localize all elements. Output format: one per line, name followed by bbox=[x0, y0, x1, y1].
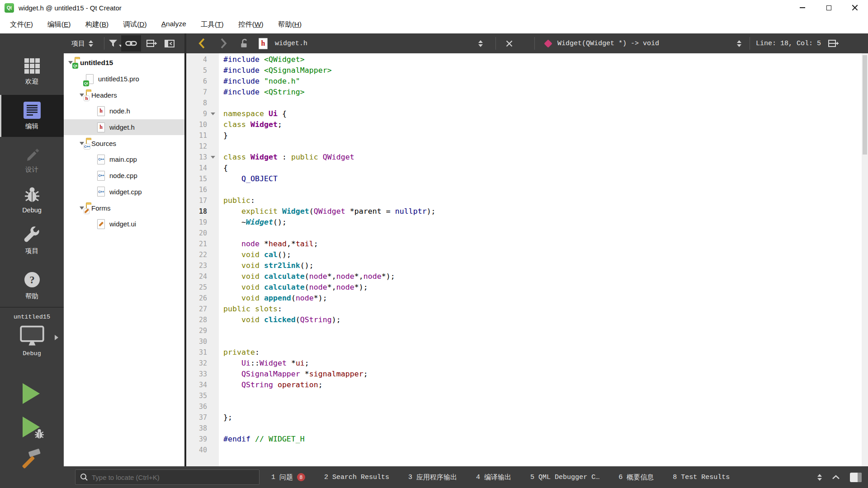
code-line-28[interactable]: void clicked(QString); bbox=[223, 314, 862, 325]
output-pane-3[interactable]: 3应用程序输出 bbox=[408, 473, 457, 482]
tree-item-Headers[interactable]: hHeaders bbox=[64, 87, 184, 103]
code-line-21[interactable]: node *head,*tail; bbox=[223, 239, 862, 249]
code-line-16[interactable] bbox=[223, 184, 862, 195]
close-button[interactable] bbox=[842, 0, 868, 15]
code-line-20[interactable] bbox=[223, 228, 862, 239]
locator[interactable] bbox=[75, 469, 259, 485]
filter-button[interactable] bbox=[108, 33, 123, 53]
fold-marker[interactable] bbox=[207, 152, 219, 163]
code-line-6[interactable]: #include "node.h" bbox=[223, 76, 862, 87]
code-line-38[interactable] bbox=[223, 423, 862, 434]
tree-item-Sources[interactable]: C++Sources bbox=[64, 135, 184, 151]
code-line-25[interactable]: void calculate(node*,node*); bbox=[223, 282, 862, 293]
output-pane-spinner-icon[interactable] bbox=[817, 474, 822, 481]
tree-item-widget.cpp[interactable]: C++widget.cpp bbox=[64, 184, 184, 200]
code-line-32[interactable]: Ui::Widget *ui; bbox=[223, 358, 862, 369]
tree-item-node.h[interactable]: hnode.h bbox=[64, 103, 184, 119]
build-button[interactable] bbox=[19, 448, 42, 474]
document-selector-spinner-icon[interactable] bbox=[478, 33, 483, 53]
code-line-14[interactable]: { bbox=[223, 163, 862, 174]
code-line-12[interactable] bbox=[223, 141, 862, 152]
mode-debug[interactable]: Debug bbox=[0, 181, 64, 217]
code-line-39[interactable]: #endif // WIDGET_H bbox=[223, 434, 862, 445]
menu-item-6[interactable]: 控件(W) bbox=[231, 20, 271, 29]
menu-item-5[interactable]: 工具(T) bbox=[193, 20, 231, 29]
go-back-button[interactable] bbox=[198, 33, 205, 53]
symbol-selector[interactable]: Widget(QWidget *) -> void bbox=[545, 33, 659, 53]
go-forward-button[interactable] bbox=[220, 33, 227, 53]
mode-welcome[interactable]: 欢迎 bbox=[0, 58, 64, 94]
code-line-33[interactable]: QSignalMapper *signalmapper; bbox=[223, 369, 862, 380]
code-line-15[interactable]: Q_OBJECT bbox=[223, 174, 862, 184]
link-with-editor-button[interactable] bbox=[121, 35, 141, 52]
close-sidebar-button[interactable] bbox=[165, 33, 175, 53]
editor-code-area[interactable]: #include <QWidget>#include <QSignalMappe… bbox=[219, 53, 862, 466]
locator-input[interactable] bbox=[92, 474, 241, 481]
output-pane-4[interactable]: 4编译输出 bbox=[476, 473, 511, 482]
code-line-36[interactable] bbox=[223, 401, 862, 412]
code-line-7[interactable]: #include <QString> bbox=[223, 87, 862, 98]
code-editor[interactable]: 4567891011121314151617181920212223242526… bbox=[186, 53, 868, 466]
toggle-right-panel-button[interactable] bbox=[850, 473, 862, 482]
mode-help[interactable]: ? 帮助 bbox=[0, 267, 64, 304]
tree-item-main.cpp[interactable]: C++main.cpp bbox=[64, 151, 184, 168]
output-pane-1[interactable]: 1问题8 bbox=[271, 473, 305, 482]
code-line-8[interactable] bbox=[223, 98, 862, 108]
output-pane-2[interactable]: 2Search Results bbox=[324, 473, 389, 482]
code-line-19[interactable]: ~Widget(); bbox=[223, 217, 862, 228]
close-document-button[interactable] bbox=[505, 33, 513, 53]
minimize-button[interactable] bbox=[789, 0, 816, 15]
code-line-27[interactable]: public slots: bbox=[223, 304, 862, 314]
mode-edit[interactable]: 编辑 bbox=[0, 95, 64, 137]
code-line-34[interactable]: QString operation; bbox=[223, 380, 862, 390]
editor-scrollbar-thumb[interactable] bbox=[863, 55, 867, 155]
menu-item-4[interactable]: Analyze bbox=[154, 20, 193, 29]
output-pane-8[interactable]: 8Test Results bbox=[673, 473, 730, 482]
kit-expand-arrow-icon[interactable] bbox=[55, 335, 58, 340]
tree-item-untitled15[interactable]: Qtuntitled15 bbox=[64, 55, 184, 71]
code-line-26[interactable]: void append(node*); bbox=[223, 293, 862, 304]
menu-item-3[interactable]: 调试(D) bbox=[116, 20, 154, 29]
code-line-13[interactable]: class Widget : public QWidget bbox=[223, 152, 862, 163]
output-pane-5[interactable]: 5QML Debugger C… bbox=[530, 473, 599, 482]
run-button[interactable] bbox=[23, 383, 40, 404]
menu-item-0[interactable]: 文件(F) bbox=[3, 20, 40, 29]
code-line-9[interactable]: namespace Ui { bbox=[223, 108, 862, 119]
code-line-40[interactable] bbox=[223, 445, 862, 455]
kit-selector[interactable]: untitled15 Debug bbox=[0, 314, 64, 357]
code-line-18[interactable]: explicit Widget(QWidget *parent = nullpt… bbox=[223, 206, 862, 217]
code-line-22[interactable]: void cal(); bbox=[223, 249, 862, 260]
menu-item-2[interactable]: 构建(B) bbox=[78, 20, 116, 29]
menu-item-7[interactable]: 帮助(H) bbox=[271, 20, 309, 29]
symbol-selector-spinner-icon[interactable] bbox=[737, 33, 741, 53]
code-line-37[interactable]: }; bbox=[223, 412, 862, 423]
editor-scrollbar[interactable] bbox=[862, 53, 868, 466]
code-line-23[interactable]: void str2link(); bbox=[223, 260, 862, 271]
expand-output-pane-icon[interactable] bbox=[832, 474, 840, 480]
open-document-selector[interactable]: widget.h bbox=[275, 33, 307, 53]
code-line-24[interactable]: void calculate(node*,node*,node*); bbox=[223, 271, 862, 282]
code-line-5[interactable]: #include <QSignalMapper> bbox=[223, 65, 862, 76]
code-line-11[interactable]: } bbox=[223, 130, 862, 141]
tree-item-widget.h[interactable]: hwidget.h bbox=[64, 119, 184, 136]
menu-item-1[interactable]: 编辑(E) bbox=[40, 20, 78, 29]
split-editor-button[interactable] bbox=[828, 33, 839, 53]
code-line-10[interactable]: class Widget; bbox=[223, 119, 862, 130]
fold-marker[interactable] bbox=[207, 108, 219, 119]
mode-projects[interactable]: 项目 bbox=[0, 221, 64, 259]
code-line-4[interactable]: #include <QWidget> bbox=[223, 54, 862, 65]
code-line-29[interactable] bbox=[223, 325, 862, 336]
lock-button[interactable] bbox=[240, 33, 249, 53]
tree-item-untitled15.pro[interactable]: Qtuntitled15.pro bbox=[64, 71, 184, 87]
tree-item-widget.ui[interactable]: widget.ui bbox=[64, 216, 184, 232]
debug-run-button[interactable] bbox=[23, 417, 40, 437]
project-pane-selector[interactable]: 项目 bbox=[71, 33, 93, 53]
code-line-30[interactable] bbox=[223, 336, 862, 347]
code-line-31[interactable]: private: bbox=[223, 347, 862, 358]
tree-item-node.cpp[interactable]: C++node.cpp bbox=[64, 168, 184, 184]
pane-selector-spinner-icon[interactable] bbox=[89, 40, 93, 47]
code-line-35[interactable] bbox=[223, 390, 862, 401]
split-pane-button[interactable] bbox=[146, 33, 157, 53]
maximize-button[interactable] bbox=[816, 0, 842, 15]
mode-design[interactable]: 设计 bbox=[0, 142, 64, 178]
